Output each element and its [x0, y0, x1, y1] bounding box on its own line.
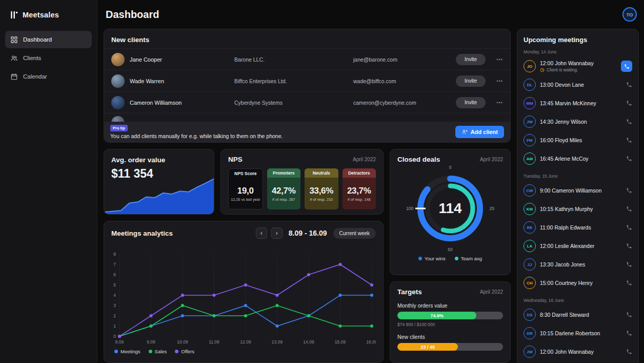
meeting-name: John Wannabay	[555, 60, 594, 66]
meeting-row[interactable]: MM13:45 Marvin McKinney	[524, 94, 632, 112]
phone-icon[interactable]	[626, 280, 632, 286]
chevron-left-icon: ‹	[260, 230, 263, 236]
meeting-row[interactable]: JO12:00 John WannabayClient is waiting.	[524, 57, 632, 75]
client-company: Cyberdyne Systems	[234, 100, 353, 106]
legend-dot	[149, 350, 152, 353]
upcoming-meetings-title: Upcoming meetings	[524, 36, 632, 44]
meeting-row[interactable]: LA12:00 Leslie Alexander	[524, 237, 632, 255]
meeting-time: 11:00	[540, 224, 553, 231]
phone-icon[interactable]	[626, 312, 632, 318]
pro-tip-badge: Pro tip	[110, 125, 128, 131]
next-week-button[interactable]: ›	[271, 227, 283, 239]
meeting-row[interactable]: RE11:00 Ralph Edwards	[524, 218, 632, 237]
meeting-row[interactable]: AM16:45 Arlene McCoy	[524, 149, 632, 168]
current-week-button[interactable]: Current week	[333, 228, 376, 239]
brand: Meetsales	[5, 7, 92, 31]
invite-button[interactable]: Invite	[456, 75, 486, 87]
mid-right-column: Closed deals April 2022 0 25 50 100	[390, 149, 511, 363]
calendar-icon	[10, 73, 18, 81]
phone-icon[interactable]	[626, 330, 632, 336]
nps-boxes: NPS Score19,012,26 vs last yearPromoters…	[228, 168, 376, 209]
meeting-name: Marvin McKinney	[555, 100, 596, 106]
meeting-day-label: Wednesday, 16 June	[524, 298, 632, 303]
meeting-row[interactable]: JW12:00 John Wannabay	[524, 342, 632, 361]
meeting-avatar: DL	[524, 79, 536, 91]
add-client-button[interactable]: Add client	[455, 126, 504, 138]
sidebar-item-dashboard[interactable]: Dashboard	[5, 31, 92, 48]
meeting-time: 12:00	[540, 349, 553, 355]
meeting-row[interactable]: DS8:30 Darrell Steward	[524, 305, 632, 324]
meeting-avatar: DR	[524, 327, 536, 339]
analytics-chart: 8.099.0910.0911.0912.0913.0914.0915.0916…	[111, 250, 376, 347]
more-options-button[interactable]: •••	[497, 79, 503, 84]
meeting-day-label: Tuesday, 15 June	[524, 174, 632, 179]
meeting-time: 10:15	[540, 330, 553, 336]
meeting-row[interactable]: JW14:30 Jenny Wilson	[524, 112, 632, 131]
more-options-button[interactable]: •••	[497, 57, 503, 62]
meeting-row[interactable]: KM10:15 Kathryn Murphy	[524, 200, 632, 218]
avg-order-value: $11 354	[111, 167, 207, 181]
phone-icon[interactable]	[626, 100, 632, 106]
phone-icon[interactable]	[626, 349, 632, 355]
call-button[interactable]	[621, 61, 632, 72]
phone-icon[interactable]	[626, 119, 632, 125]
meeting-row[interactable]: CW9:00 Cameron Williamson	[524, 181, 632, 200]
client-avatar	[111, 96, 125, 109]
meeting-time: 16:00	[540, 137, 553, 143]
nps-box-value: 23,7%	[344, 186, 375, 196]
invite-button[interactable]: Invite	[456, 54, 486, 65]
sidebar-item-clients[interactable]: Clients	[5, 49, 92, 67]
progress-text: 74.9%	[430, 313, 444, 318]
meeting-name: Kathryn Murphy	[555, 206, 593, 212]
meeting-time: 13:30	[540, 261, 553, 268]
meeting-row[interactable]: CH15:00 Courtney Henry	[524, 274, 632, 292]
phone-icon[interactable]	[626, 224, 632, 231]
user-avatar[interactable]: TO	[622, 7, 637, 22]
legend-label: Team avg	[461, 256, 482, 261]
meeting-avatar: AM	[524, 152, 536, 165]
meeting-row[interactable]: DR10:15 Darlene Robertson	[524, 324, 632, 342]
sidebar-item-calendar[interactable]: Calendar	[5, 68, 92, 85]
phone-icon[interactable]	[626, 156, 632, 162]
topbar: Dashboard TO	[104, 0, 639, 29]
nps-box-label: Promoters	[267, 168, 301, 178]
sidebar-item-label: Calendar	[23, 73, 47, 80]
prev-week-button[interactable]: ‹	[256, 227, 267, 239]
client-name: Wade Warren	[130, 78, 164, 84]
meeting-row[interactable]: FM16:00 Floyd Miles	[524, 131, 632, 149]
phone-icon[interactable]	[626, 206, 632, 212]
phone-icon[interactable]	[626, 243, 632, 249]
svg-text:7: 7	[113, 262, 116, 267]
meeting-row[interactable]: DL13:00 Devon Lane	[524, 75, 632, 94]
client-avatar	[111, 74, 125, 88]
nps-box-value: 42,7%	[268, 186, 300, 196]
target-goal: Monthly orders value74.9%$74 800 / $100 …	[397, 302, 503, 327]
meeting-time: 13:00	[540, 82, 553, 88]
invite-button[interactable]: Invite	[456, 97, 486, 108]
nps-box-sub: # of resp. 148	[344, 197, 375, 202]
phone-icon[interactable]	[626, 137, 632, 143]
nps-box-label: Detractors	[343, 168, 376, 178]
legend-item: Meetings	[114, 349, 140, 354]
phone-icon[interactable]	[626, 82, 632, 88]
goal-label: Monthly orders value	[397, 302, 503, 309]
more-options-button[interactable]: •••	[497, 100, 503, 105]
progress-text: 23 / 40	[420, 345, 435, 350]
phone-icon[interactable]	[626, 187, 632, 194]
svg-text:13.09: 13.09	[272, 339, 283, 345]
meeting-time: 14:30	[540, 119, 553, 125]
meeting-avatar: JJ	[524, 258, 536, 271]
targets-goals: Monthly orders value74.9%$74 800 / $100 …	[397, 302, 503, 351]
analytics-legend: MeetingsSalesOffers	[111, 349, 376, 354]
meeting-row[interactable]: JJ13:30 Jacob Jones	[524, 255, 632, 274]
phone-icon[interactable]	[626, 261, 632, 268]
goal-sub: $74 800 / $100 000	[397, 322, 503, 327]
nps-box-label: Neutrals	[305, 168, 338, 178]
meeting-avatar: MM	[524, 97, 536, 109]
nps-period: April 2022	[353, 157, 376, 162]
legend-dot	[455, 257, 458, 260]
pro-tip-text: You can add clients manually for e.g. wh…	[110, 133, 283, 139]
pro-tip-content: Pro tip You can add clients manually for…	[110, 125, 283, 139]
brand-name: Meetsales	[23, 11, 59, 19]
closed-deals-value: 114	[406, 164, 494, 253]
